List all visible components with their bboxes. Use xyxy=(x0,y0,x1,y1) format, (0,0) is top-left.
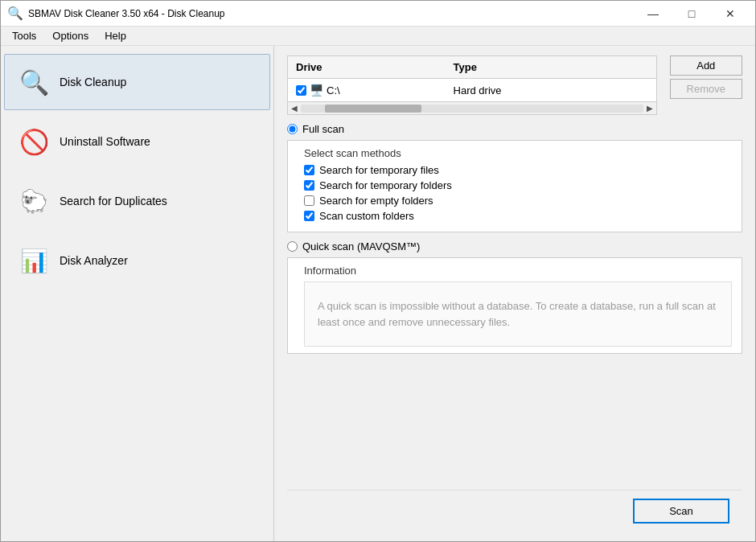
close-button[interactable]: ✕ xyxy=(712,1,749,27)
drive-type: Hard drive xyxy=(446,79,614,102)
drive-letter: C:\ xyxy=(327,84,340,96)
window-title: SBMAV Disk Cleaner 3.50 x64 - Disk Clean… xyxy=(28,8,635,19)
check-empty-folders[interactable] xyxy=(304,195,314,206)
full-scan-radio[interactable] xyxy=(287,124,298,134)
check-temp-folders-label: Search for temporary folders xyxy=(319,179,452,191)
col-type: Type xyxy=(446,56,614,79)
check-empty-folders-row: Search for empty folders xyxy=(304,195,732,207)
bottom-bar: Scan xyxy=(287,490,742,532)
quick-scan-group: Information A quick scan is impossible w… xyxy=(287,257,742,354)
app-icon: 🔍 xyxy=(7,6,23,21)
quick-scan-radio-label[interactable]: Quick scan (MAVQSM™) xyxy=(287,240,742,253)
group-title: Select scan methods xyxy=(304,147,732,159)
title-bar-controls: — □ ✕ xyxy=(635,1,749,27)
sidebar-item-label-uninstall: Uninstall Software xyxy=(60,135,150,148)
table-row: 🖥️ C:\ Hard drive xyxy=(288,79,656,102)
main-window: 🔍 SBMAV Disk Cleaner 3.50 x64 - Disk Cle… xyxy=(0,0,756,542)
drive-table-container: Drive Type 🖥️ xyxy=(287,55,657,115)
title-bar: 🔍 SBMAV Disk Cleaner 3.50 x64 - Disk Cle… xyxy=(1,1,755,27)
check-empty-folders-label: Search for empty folders xyxy=(319,195,433,207)
main-panel: Drive Type 🖥️ xyxy=(274,46,755,541)
scrollbar-thumb[interactable] xyxy=(325,105,421,113)
check-temp-folders[interactable] xyxy=(304,180,314,191)
quick-scan-label: Quick scan (MAVQSM™) xyxy=(302,240,420,253)
content-area: 🔍 Disk Cleanup 🚫 Uninstall Software 🐑 Se… xyxy=(1,46,755,541)
menu-bar: Tools Options Help xyxy=(1,27,755,46)
sidebar: 🔍 Disk Cleanup 🚫 Uninstall Software 🐑 Se… xyxy=(1,46,274,541)
scrollbar-track xyxy=(301,105,643,113)
menu-tools[interactable]: Tools xyxy=(4,28,44,43)
disk-analyzer-icon: 📊 xyxy=(18,244,50,277)
menu-options[interactable]: Options xyxy=(44,28,97,43)
maximize-button[interactable]: □ xyxy=(673,1,710,27)
minimize-button[interactable]: — xyxy=(635,1,672,27)
search-duplicates-icon: 🐑 xyxy=(18,185,50,217)
check-temp-files[interactable] xyxy=(304,165,314,175)
menu-help[interactable]: Help xyxy=(97,28,134,43)
scroll-right-arrow[interactable]: ▶ xyxy=(647,104,653,113)
drive-section: Drive Type 🖥️ xyxy=(287,55,742,115)
disk-cleanup-icon: 🔍 xyxy=(18,66,50,98)
drive-scrollbar: ◀ ▶ xyxy=(288,101,656,114)
quick-scan-radio[interactable] xyxy=(287,241,298,252)
drive-extra xyxy=(614,79,655,102)
quick-info-text: A quick scan is impossible without a dat… xyxy=(304,281,732,347)
sidebar-item-label-analyzer: Disk Analyzer xyxy=(60,254,128,267)
drive-check: 🖥️ C:\ xyxy=(296,84,438,96)
scan-button[interactable]: Scan xyxy=(633,499,729,524)
sidebar-item-disk-cleanup[interactable]: 🔍 Disk Cleanup xyxy=(4,54,270,110)
check-custom-folders-row: Scan custom folders xyxy=(304,210,732,222)
sidebar-item-search-duplicates[interactable]: 🐑 Search for Duplicates xyxy=(4,173,270,229)
col-empty xyxy=(614,56,655,79)
check-custom-folders-label: Scan custom folders xyxy=(319,210,414,222)
sidebar-item-disk-analyzer[interactable]: 📊 Disk Analyzer xyxy=(4,232,270,289)
check-custom-folders[interactable] xyxy=(304,211,314,221)
full-scan-group: Select scan methods Search for temporary… xyxy=(287,140,742,232)
computer-icon: 🖥️ xyxy=(310,84,323,96)
drive-buttons: Add Remove xyxy=(664,55,742,99)
uninstall-software-icon: 🚫 xyxy=(18,125,50,158)
sidebar-item-label-duplicates: Search for Duplicates xyxy=(60,195,167,207)
drive-cell: 🖥️ C:\ xyxy=(288,79,446,102)
add-button[interactable]: Add xyxy=(670,55,742,76)
scroll-left-arrow[interactable]: ◀ xyxy=(291,104,298,113)
remove-button[interactable]: Remove xyxy=(670,79,742,99)
sidebar-item-uninstall-software[interactable]: 🚫 Uninstall Software xyxy=(4,113,270,170)
drive-checkbox[interactable] xyxy=(296,85,306,96)
full-scan-label: Full scan xyxy=(302,123,344,135)
scan-options: Full scan Select scan methods Search for… xyxy=(287,123,742,482)
full-scan-radio-label[interactable]: Full scan xyxy=(287,123,742,135)
col-drive: Drive xyxy=(288,56,446,79)
sidebar-item-label-disk-cleanup: Disk Cleanup xyxy=(60,76,126,88)
drive-table: Drive Type 🖥️ xyxy=(288,56,656,101)
quick-info-title: Information xyxy=(304,265,732,277)
drive-box: Drive Type 🖥️ xyxy=(287,55,657,115)
check-temp-folders-row: Search for temporary folders xyxy=(304,179,732,191)
check-temp-files-row: Search for temporary files xyxy=(304,164,732,176)
check-temp-files-label: Search for temporary files xyxy=(319,164,439,176)
